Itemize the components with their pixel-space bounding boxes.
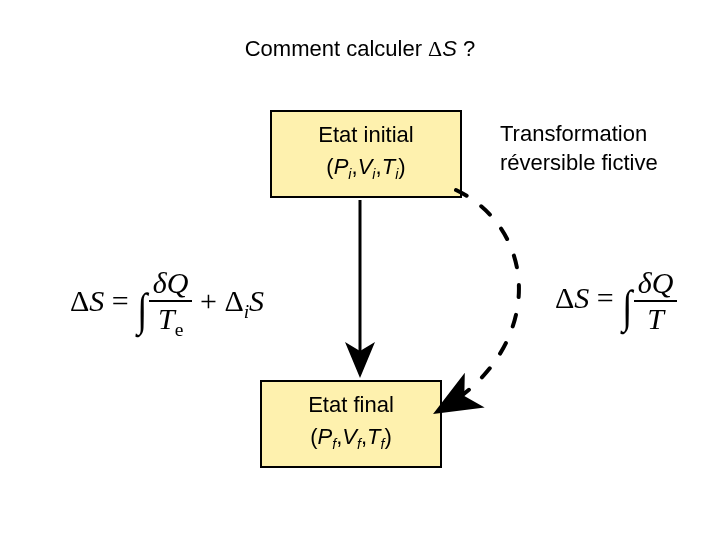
final-vars: (Pf,Vf,Tf): [266, 424, 436, 452]
title-q: ?: [457, 36, 475, 61]
title-var: S: [442, 36, 457, 61]
transformation-label: Transformation réversible fictive: [500, 120, 658, 177]
final-label: Etat final: [266, 392, 436, 418]
final-state-box: Etat final (Pf,Vf,Tf): [260, 380, 442, 468]
title-text: Comment calculer: [245, 36, 428, 61]
curved-dashed-arrow: [440, 190, 519, 410]
delta-symbol: Δ: [428, 36, 442, 61]
initial-vars: (Pi,Vi,Ti): [276, 154, 456, 182]
initial-label: Etat initial: [276, 122, 456, 148]
initial-state-box: Etat initial (Pi,Vi,Ti): [270, 110, 462, 198]
equation-right: ΔS = ∫ δQ T: [555, 268, 677, 334]
page-title: Comment calculer ΔS ?: [0, 36, 720, 62]
equation-left: ΔS = ∫ δQ Te + ΔiS: [70, 268, 264, 340]
